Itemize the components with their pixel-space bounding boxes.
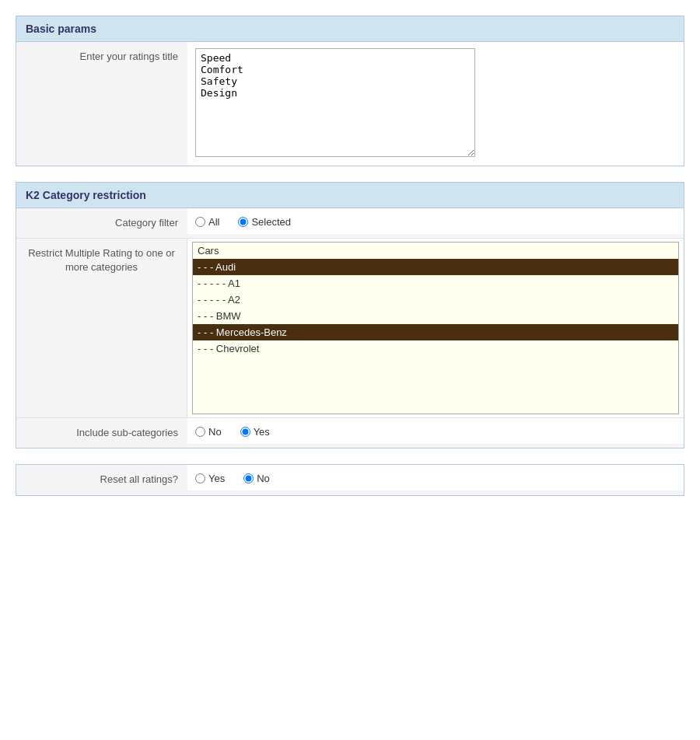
list-item[interactable]: - - - Mercedes-Benz — [193, 324, 678, 340]
subcat-yes-option[interactable]: Yes — [240, 426, 270, 438]
include-subcategories-row: Include sub-categories No Yes — [16, 418, 684, 448]
list-item[interactable]: Cars — [193, 243, 678, 259]
category-filter-label: Category filter — [16, 208, 187, 238]
ratings-title-label: Enter your ratings title — [16, 42, 187, 72]
reset-ratings-row: Reset all ratings? Yes No — [16, 465, 684, 494]
reset-yes-label: Yes — [208, 473, 225, 484]
reset-ratings-radio-group: Yes No — [195, 471, 676, 484]
basic-params-panel: Basic params Enter your ratings title Sp… — [16, 16, 684, 166]
reset-ratings-control: Yes No — [187, 465, 684, 490]
reset-no-label: No — [257, 473, 270, 484]
list-item[interactable]: - - - Chevrolet — [193, 340, 678, 357]
list-item[interactable]: - - - - - A1 — [193, 275, 678, 291]
subcat-yes-label: Yes — [254, 426, 270, 438]
category-list-scroll[interactable]: Cars - - - Audi - - - - - A1 - - - - - A… — [193, 243, 678, 414]
filter-selected-radio[interactable] — [238, 217, 248, 227]
k2-restriction-panel: K2 Category restriction Category filter … — [16, 182, 684, 449]
subcat-no-label: No — [208, 426, 222, 438]
ratings-title-textarea[interactable]: Speed Comfort Safety Design — [195, 48, 475, 157]
reset-yes-option[interactable]: Yes — [195, 473, 225, 484]
list-item[interactable]: - - - BMW — [193, 308, 678, 324]
ratings-title-control: Speed Comfort Safety Design — [187, 42, 684, 166]
category-filter-control: All Selected — [187, 208, 684, 234]
reset-panel: Reset all ratings? Yes No — [16, 464, 684, 495]
include-subcategories-radio-group: No Yes — [195, 424, 676, 438]
category-filter-row: Category filter All Selected — [16, 208, 684, 239]
basic-params-header: Basic params — [16, 16, 684, 42]
list-item[interactable]: - - - Audi — [193, 259, 678, 275]
reset-yes-radio[interactable] — [195, 473, 205, 483]
list-item[interactable]: - - - - - A2 — [193, 291, 678, 308]
subcat-no-radio[interactable] — [195, 427, 205, 437]
reset-no-option[interactable]: No — [243, 473, 270, 484]
include-subcategories-label: Include sub-categories — [16, 418, 187, 448]
k2-restriction-header: K2 Category restriction — [16, 183, 684, 208]
category-filter-radio-group: All Selected — [195, 215, 676, 228]
filter-all-radio[interactable] — [195, 217, 205, 227]
filter-selected-option[interactable]: Selected — [238, 216, 291, 228]
reset-no-radio[interactable] — [243, 473, 254, 483]
subcat-no-option[interactable]: No — [195, 426, 222, 438]
filter-all-option[interactable]: All — [195, 216, 219, 228]
restrict-categories-row: Restrict Multiple Rating to one or more … — [16, 239, 684, 418]
include-subcategories-control: No Yes — [187, 418, 684, 444]
reset-ratings-label: Reset all ratings? — [16, 465, 187, 494]
filter-selected-label: Selected — [251, 216, 291, 228]
filter-all-label: All — [208, 216, 219, 228]
restrict-label: Restrict Multiple Rating to one or more … — [16, 239, 187, 417]
ratings-title-row: Enter your ratings title Speed Comfort S… — [16, 42, 684, 166]
category-list-wrapper: Cars - - - Audi - - - - - A1 - - - - - A… — [192, 242, 679, 414]
subcat-yes-radio[interactable] — [240, 427, 250, 437]
